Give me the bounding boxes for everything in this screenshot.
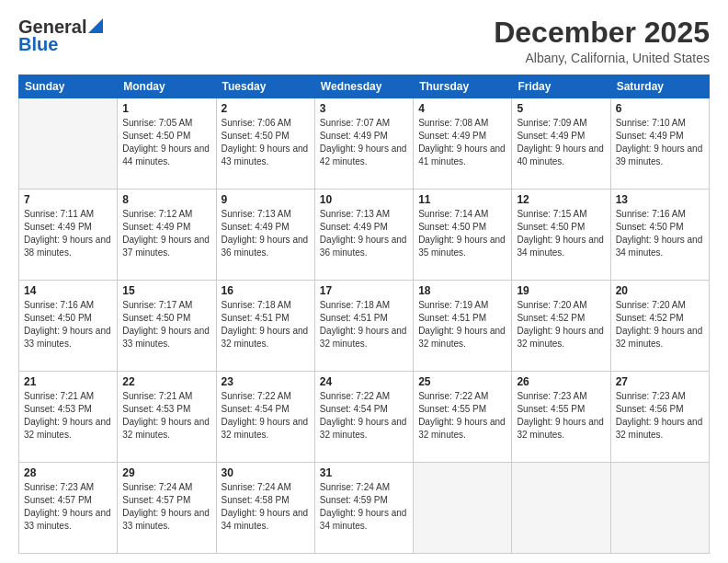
day-info: Sunrise: 7:22 AMSunset: 4:55 PMDaylight:… [418, 390, 506, 442]
calendar-cell: 15Sunrise: 7:17 AMSunset: 4:50 PMDayligh… [118, 281, 216, 372]
calendar-cell: 23Sunrise: 7:22 AMSunset: 4:54 PMDayligh… [216, 372, 314, 463]
day-info: Sunrise: 7:06 AMSunset: 4:50 PMDaylight:… [222, 117, 310, 168]
day-number: 9 [222, 193, 310, 206]
calendar-cell: 27Sunrise: 7:23 AMSunset: 4:56 PMDayligh… [610, 372, 709, 463]
col-wednesday: Wednesday [314, 75, 413, 98]
day-number: 17 [320, 284, 408, 297]
week-row-2: 7Sunrise: 7:11 AMSunset: 4:49 PMDaylight… [19, 190, 710, 281]
day-info: Sunrise: 7:21 AMSunset: 4:53 PMDaylight:… [24, 390, 112, 442]
day-info: Sunrise: 7:13 AMSunset: 4:49 PMDaylight:… [222, 208, 310, 259]
day-number: 10 [320, 193, 408, 206]
day-info: Sunrise: 7:14 AMSunset: 4:50 PMDaylight:… [418, 208, 506, 259]
day-number: 30 [222, 466, 310, 479]
calendar-cell: 17Sunrise: 7:18 AMSunset: 4:51 PMDayligh… [314, 281, 413, 372]
day-info: Sunrise: 7:23 AMSunset: 4:56 PMDaylight:… [616, 390, 704, 442]
day-info: Sunrise: 7:07 AMSunset: 4:49 PMDaylight:… [320, 117, 408, 168]
day-number: 12 [517, 193, 605, 206]
col-friday: Friday [512, 75, 610, 98]
day-number: 23 [222, 375, 310, 388]
calendar-cell [19, 98, 118, 190]
svg-marker-0 [88, 18, 103, 33]
calendar-cell: 8Sunrise: 7:12 AMSunset: 4:49 PMDaylight… [118, 190, 216, 281]
week-row-1: 1Sunrise: 7:05 AMSunset: 4:50 PMDaylight… [19, 98, 710, 190]
calendar-cell: 25Sunrise: 7:22 AMSunset: 4:55 PMDayligh… [414, 372, 512, 463]
day-info: Sunrise: 7:11 AMSunset: 4:49 PMDaylight:… [24, 208, 112, 259]
day-number: 6 [616, 102, 704, 115]
day-number: 18 [418, 284, 506, 297]
calendar-header-row: Sunday Monday Tuesday Wednesday Thursday… [19, 75, 710, 98]
calendar-cell: 22Sunrise: 7:21 AMSunset: 4:53 PMDayligh… [118, 372, 216, 463]
week-row-3: 14Sunrise: 7:16 AMSunset: 4:50 PMDayligh… [19, 281, 710, 372]
title-block: December 2025 Albany, California, United… [494, 17, 710, 65]
calendar-cell: 5Sunrise: 7:09 AMSunset: 4:49 PMDaylight… [512, 98, 610, 190]
calendar-cell: 6Sunrise: 7:10 AMSunset: 4:49 PMDaylight… [610, 98, 709, 190]
day-info: Sunrise: 7:20 AMSunset: 4:52 PMDaylight:… [517, 299, 605, 350]
col-thursday: Thursday [414, 75, 512, 98]
day-number: 20 [616, 284, 704, 297]
day-info: Sunrise: 7:18 AMSunset: 4:51 PMDaylight:… [320, 299, 408, 350]
col-sunday: Sunday [19, 75, 118, 98]
calendar-cell: 19Sunrise: 7:20 AMSunset: 4:52 PMDayligh… [512, 281, 610, 372]
day-info: Sunrise: 7:16 AMSunset: 4:50 PMDaylight:… [24, 299, 112, 350]
day-number: 22 [122, 375, 210, 388]
calendar-cell: 7Sunrise: 7:11 AMSunset: 4:49 PMDaylight… [19, 190, 118, 281]
day-info: Sunrise: 7:24 AMSunset: 4:59 PMDaylight:… [320, 481, 408, 533]
day-number: 4 [418, 102, 506, 115]
calendar-cell: 21Sunrise: 7:21 AMSunset: 4:53 PMDayligh… [19, 372, 118, 463]
calendar-cell: 3Sunrise: 7:07 AMSunset: 4:49 PMDaylight… [314, 98, 413, 190]
logo-blue-text: Blue [18, 34, 58, 55]
day-info: Sunrise: 7:05 AMSunset: 4:50 PMDaylight:… [122, 117, 210, 168]
calendar-table: Sunday Monday Tuesday Wednesday Thursday… [18, 75, 710, 554]
day-number: 16 [222, 284, 310, 297]
day-number: 29 [122, 466, 210, 479]
day-info: Sunrise: 7:24 AMSunset: 4:58 PMDaylight:… [222, 481, 310, 533]
day-number: 21 [24, 375, 112, 388]
day-number: 5 [517, 102, 605, 115]
day-number: 2 [222, 102, 310, 115]
header: General Blue December 2025 Albany, Calif… [18, 17, 710, 65]
day-number: 28 [24, 466, 112, 479]
day-number: 26 [517, 375, 605, 388]
day-info: Sunrise: 7:17 AMSunset: 4:50 PMDaylight:… [122, 299, 210, 350]
calendar-cell [610, 463, 709, 554]
calendar-cell: 18Sunrise: 7:19 AMSunset: 4:51 PMDayligh… [414, 281, 512, 372]
day-number: 7 [24, 193, 112, 206]
day-info: Sunrise: 7:12 AMSunset: 4:49 PMDaylight:… [122, 208, 210, 259]
day-info: Sunrise: 7:20 AMSunset: 4:52 PMDaylight:… [616, 299, 704, 350]
day-number: 3 [320, 102, 408, 115]
logo: General Blue [18, 17, 103, 55]
week-row-5: 28Sunrise: 7:23 AMSunset: 4:57 PMDayligh… [19, 463, 710, 554]
calendar-cell: 24Sunrise: 7:22 AMSunset: 4:54 PMDayligh… [314, 372, 413, 463]
month-title: December 2025 [494, 17, 710, 49]
day-info: Sunrise: 7:21 AMSunset: 4:53 PMDaylight:… [122, 390, 210, 442]
col-saturday: Saturday [610, 75, 709, 98]
day-number: 14 [24, 284, 112, 297]
location: Albany, California, United States [494, 51, 710, 65]
calendar-cell: 11Sunrise: 7:14 AMSunset: 4:50 PMDayligh… [414, 190, 512, 281]
calendar-cell [414, 463, 512, 554]
col-tuesday: Tuesday [216, 75, 314, 98]
day-info: Sunrise: 7:22 AMSunset: 4:54 PMDaylight:… [222, 390, 310, 442]
day-number: 25 [418, 375, 506, 388]
calendar-cell: 4Sunrise: 7:08 AMSunset: 4:49 PMDaylight… [414, 98, 512, 190]
day-info: Sunrise: 7:24 AMSunset: 4:57 PMDaylight:… [122, 481, 210, 533]
day-info: Sunrise: 7:22 AMSunset: 4:54 PMDaylight:… [320, 390, 408, 442]
calendar-cell: 10Sunrise: 7:13 AMSunset: 4:49 PMDayligh… [314, 190, 413, 281]
calendar-cell: 2Sunrise: 7:06 AMSunset: 4:50 PMDaylight… [216, 98, 314, 190]
calendar-cell: 14Sunrise: 7:16 AMSunset: 4:50 PMDayligh… [19, 281, 118, 372]
day-number: 15 [122, 284, 210, 297]
calendar-cell: 12Sunrise: 7:15 AMSunset: 4:50 PMDayligh… [512, 190, 610, 281]
day-number: 8 [122, 193, 210, 206]
calendar-cell: 29Sunrise: 7:24 AMSunset: 4:57 PMDayligh… [118, 463, 216, 554]
day-number: 24 [320, 375, 408, 388]
day-number: 19 [517, 284, 605, 297]
calendar-cell [512, 463, 610, 554]
day-info: Sunrise: 7:23 AMSunset: 4:57 PMDaylight:… [24, 481, 112, 533]
calendar-cell: 13Sunrise: 7:16 AMSunset: 4:50 PMDayligh… [610, 190, 709, 281]
day-number: 1 [122, 102, 210, 115]
day-info: Sunrise: 7:15 AMSunset: 4:50 PMDaylight:… [517, 208, 605, 259]
day-number: 31 [320, 466, 408, 479]
calendar-cell: 31Sunrise: 7:24 AMSunset: 4:59 PMDayligh… [314, 463, 413, 554]
day-info: Sunrise: 7:16 AMSunset: 4:50 PMDaylight:… [616, 208, 704, 259]
day-info: Sunrise: 7:19 AMSunset: 4:51 PMDaylight:… [418, 299, 506, 350]
